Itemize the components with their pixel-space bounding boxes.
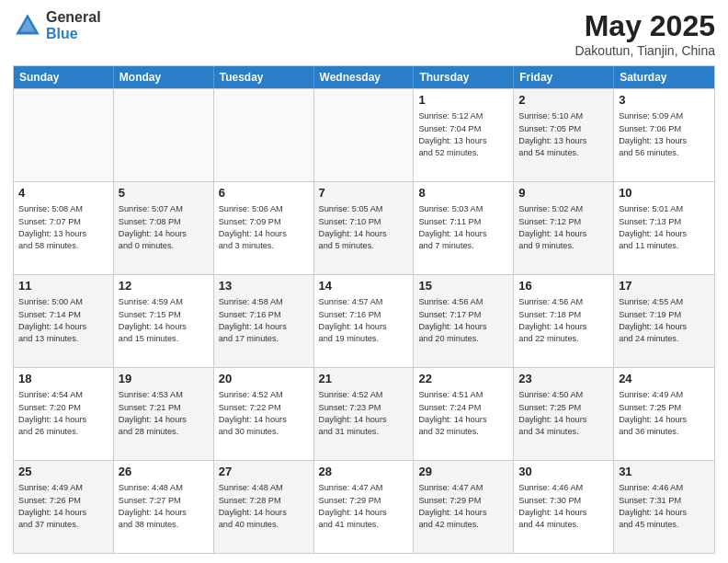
day-info: Sunrise: 4:47 AM Sunset: 7:29 PM Dayligh… — [418, 482, 508, 531]
header-cell-wednesday: Wednesday — [314, 66, 415, 88]
day-info: Sunrise: 5:12 AM Sunset: 7:04 PM Dayligh… — [418, 110, 508, 159]
logo-blue: Blue — [46, 26, 101, 42]
day-number: 21 — [319, 371, 409, 387]
day-number: 6 — [219, 185, 309, 201]
day-cell-24: 24Sunrise: 4:49 AM Sunset: 7:25 PM Dayli… — [614, 368, 714, 460]
day-cell-2: 2Sunrise: 5:10 AM Sunset: 7:05 PM Daylig… — [514, 89, 614, 181]
day-number: 30 — [518, 464, 609, 480]
day-info: Sunrise: 4:48 AM Sunset: 7:27 PM Dayligh… — [119, 482, 209, 531]
day-number: 10 — [619, 185, 710, 201]
day-number: 11 — [18, 278, 108, 294]
day-cell-3: 3Sunrise: 5:09 AM Sunset: 7:06 PM Daylig… — [614, 89, 714, 181]
day-info: Sunrise: 4:49 AM Sunset: 7:25 PM Dayligh… — [619, 389, 710, 438]
day-info: Sunrise: 4:52 AM Sunset: 7:22 PM Dayligh… — [219, 389, 309, 438]
day-cell-21: 21Sunrise: 4:52 AM Sunset: 7:23 PM Dayli… — [314, 368, 415, 460]
day-cell-14: 14Sunrise: 4:57 AM Sunset: 7:16 PM Dayli… — [314, 275, 415, 367]
day-info: Sunrise: 4:47 AM Sunset: 7:29 PM Dayligh… — [319, 482, 409, 531]
day-info: Sunrise: 4:53 AM Sunset: 7:21 PM Dayligh… — [119, 389, 209, 438]
day-cell-13: 13Sunrise: 4:58 AM Sunset: 7:16 PM Dayli… — [214, 275, 314, 367]
day-info: Sunrise: 5:09 AM Sunset: 7:06 PM Dayligh… — [619, 110, 710, 159]
header-cell-saturday: Saturday — [614, 66, 714, 88]
day-cell-9: 9Sunrise: 5:02 AM Sunset: 7:12 PM Daylig… — [514, 182, 614, 274]
day-number: 4 — [18, 185, 108, 201]
day-cell-16: 16Sunrise: 4:56 AM Sunset: 7:18 PM Dayli… — [514, 275, 614, 367]
calendar-row-4: 25Sunrise: 4:49 AM Sunset: 7:26 PM Dayli… — [14, 460, 714, 553]
day-number: 18 — [18, 371, 108, 387]
day-cell-22: 22Sunrise: 4:51 AM Sunset: 7:24 PM Dayli… — [414, 368, 514, 460]
day-info: Sunrise: 5:00 AM Sunset: 7:14 PM Dayligh… — [18, 296, 108, 345]
day-info: Sunrise: 4:55 AM Sunset: 7:19 PM Dayligh… — [619, 296, 710, 345]
day-cell-5: 5Sunrise: 5:07 AM Sunset: 7:08 PM Daylig… — [114, 182, 214, 274]
title-block: May 2025 Dakoutun, Tianjin, China — [574, 9, 715, 58]
empty-cell — [114, 89, 214, 181]
header: General Blue May 2025 Dakoutun, Tianjin,… — [13, 9, 715, 58]
day-info: Sunrise: 4:58 AM Sunset: 7:16 PM Dayligh… — [219, 296, 309, 345]
day-number: 3 — [619, 92, 710, 109]
day-number: 9 — [518, 185, 609, 201]
day-info: Sunrise: 4:56 AM Sunset: 7:17 PM Dayligh… — [418, 296, 508, 345]
day-cell-25: 25Sunrise: 4:49 AM Sunset: 7:26 PM Dayli… — [14, 461, 114, 553]
header-cell-monday: Monday — [114, 66, 214, 88]
day-info: Sunrise: 4:46 AM Sunset: 7:30 PM Dayligh… — [518, 482, 609, 531]
day-info: Sunrise: 4:57 AM Sunset: 7:16 PM Dayligh… — [319, 296, 409, 345]
day-cell-23: 23Sunrise: 4:50 AM Sunset: 7:25 PM Dayli… — [514, 368, 614, 460]
day-number: 28 — [319, 464, 409, 480]
day-cell-10: 10Sunrise: 5:01 AM Sunset: 7:13 PM Dayli… — [614, 182, 714, 274]
day-number: 19 — [119, 371, 209, 387]
day-info: Sunrise: 5:07 AM Sunset: 7:08 PM Dayligh… — [119, 203, 209, 252]
day-info: Sunrise: 4:46 AM Sunset: 7:31 PM Dayligh… — [619, 482, 710, 531]
day-number: 8 — [418, 185, 508, 201]
calendar-body: 1Sunrise: 5:12 AM Sunset: 7:04 PM Daylig… — [14, 88, 714, 553]
day-cell-28: 28Sunrise: 4:47 AM Sunset: 7:29 PM Dayli… — [314, 461, 415, 553]
day-number: 25 — [18, 464, 108, 480]
day-cell-1: 1Sunrise: 5:12 AM Sunset: 7:04 PM Daylig… — [414, 89, 514, 181]
day-number: 29 — [418, 464, 508, 480]
calendar-row-3: 18Sunrise: 4:54 AM Sunset: 7:20 PM Dayli… — [14, 367, 714, 460]
day-number: 17 — [619, 278, 710, 294]
day-number: 24 — [619, 371, 710, 387]
header-cell-tuesday: Tuesday — [214, 66, 314, 88]
day-cell-11: 11Sunrise: 5:00 AM Sunset: 7:14 PM Dayli… — [14, 275, 114, 367]
day-info: Sunrise: 4:50 AM Sunset: 7:25 PM Dayligh… — [518, 389, 609, 438]
day-cell-17: 17Sunrise: 4:55 AM Sunset: 7:19 PM Dayli… — [614, 275, 714, 367]
day-info: Sunrise: 4:49 AM Sunset: 7:26 PM Dayligh… — [18, 482, 108, 531]
header-cell-friday: Friday — [514, 66, 614, 88]
day-number: 15 — [418, 278, 508, 294]
logo: General Blue — [13, 9, 101, 41]
empty-cell — [214, 89, 314, 181]
day-number: 23 — [518, 371, 609, 387]
day-number: 31 — [619, 464, 710, 480]
day-number: 27 — [219, 464, 309, 480]
day-cell-6: 6Sunrise: 5:06 AM Sunset: 7:09 PM Daylig… — [214, 182, 314, 274]
page-title: May 2025 — [574, 9, 715, 43]
day-info: Sunrise: 5:03 AM Sunset: 7:11 PM Dayligh… — [418, 203, 508, 252]
day-info: Sunrise: 5:08 AM Sunset: 7:07 PM Dayligh… — [18, 203, 108, 252]
page-subtitle: Dakoutun, Tianjin, China — [574, 43, 715, 58]
day-number: 2 — [518, 92, 609, 109]
calendar-row-0: 1Sunrise: 5:12 AM Sunset: 7:04 PM Daylig… — [14, 88, 714, 181]
day-number: 20 — [219, 371, 309, 387]
day-number: 14 — [319, 278, 409, 294]
day-cell-18: 18Sunrise: 4:54 AM Sunset: 7:20 PM Dayli… — [14, 368, 114, 460]
day-cell-19: 19Sunrise: 4:53 AM Sunset: 7:21 PM Dayli… — [114, 368, 214, 460]
day-info: Sunrise: 4:51 AM Sunset: 7:24 PM Dayligh… — [418, 389, 508, 438]
day-info: Sunrise: 5:01 AM Sunset: 7:13 PM Dayligh… — [619, 203, 710, 252]
day-cell-20: 20Sunrise: 4:52 AM Sunset: 7:22 PM Dayli… — [214, 368, 314, 460]
day-number: 1 — [418, 92, 508, 109]
day-info: Sunrise: 5:05 AM Sunset: 7:10 PM Dayligh… — [319, 203, 409, 252]
day-cell-26: 26Sunrise: 4:48 AM Sunset: 7:27 PM Dayli… — [114, 461, 214, 553]
empty-cell — [314, 89, 415, 181]
day-number: 12 — [119, 278, 209, 294]
day-number: 13 — [219, 278, 309, 294]
day-cell-31: 31Sunrise: 4:46 AM Sunset: 7:31 PM Dayli… — [614, 461, 714, 553]
day-cell-8: 8Sunrise: 5:03 AM Sunset: 7:11 PM Daylig… — [414, 182, 514, 274]
day-info: Sunrise: 4:52 AM Sunset: 7:23 PM Dayligh… — [319, 389, 409, 438]
day-info: Sunrise: 4:56 AM Sunset: 7:18 PM Dayligh… — [518, 296, 609, 345]
calendar-header: SundayMondayTuesdayWednesdayThursdayFrid… — [14, 66, 714, 88]
day-cell-29: 29Sunrise: 4:47 AM Sunset: 7:29 PM Dayli… — [414, 461, 514, 553]
day-info: Sunrise: 4:54 AM Sunset: 7:20 PM Dayligh… — [18, 389, 108, 438]
header-cell-thursday: Thursday — [414, 66, 514, 88]
day-number: 16 — [518, 278, 609, 294]
day-info: Sunrise: 4:59 AM Sunset: 7:15 PM Dayligh… — [119, 296, 209, 345]
page: General Blue May 2025 Dakoutun, Tianjin,… — [0, 0, 728, 563]
